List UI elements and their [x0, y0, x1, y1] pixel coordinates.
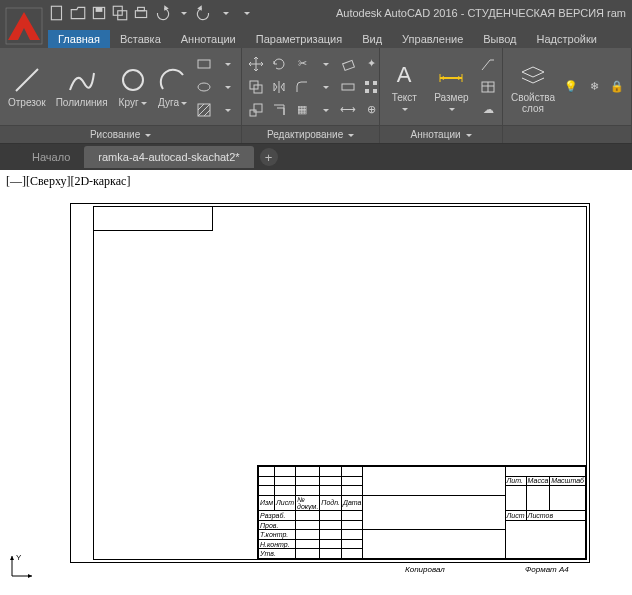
trim-dropdown-icon[interactable] [315, 54, 335, 74]
title-block: Лит.МассаМасштаб ИзмЛист№ докум.Подп.Дат… [257, 465, 587, 560]
arrayrect-icon[interactable]: ▦ [292, 100, 312, 120]
qat-new-icon[interactable] [48, 4, 66, 22]
svg-rect-25 [254, 104, 262, 112]
tab-insert[interactable]: Вставка [110, 30, 171, 48]
panel-draw-title[interactable]: Рисование [0, 125, 241, 143]
rectangle-dropdown-icon[interactable] [217, 54, 237, 74]
layer-freeze-icon[interactable]: ❄ [584, 77, 604, 97]
ellipse-icon[interactable] [194, 77, 214, 97]
panel-modify-title[interactable]: Редактирование [242, 125, 379, 143]
arc-button[interactable]: Дуга [154, 63, 192, 110]
svg-rect-23 [373, 89, 377, 93]
tab-view[interactable]: Вид [352, 30, 392, 48]
qat-customize-icon[interactable] [237, 4, 255, 22]
offset-icon[interactable] [269, 100, 289, 120]
tab-annotate[interactable]: Аннотации [171, 30, 246, 48]
qat-open-icon[interactable] [69, 4, 87, 22]
lengthen-icon[interactable]: ⟷ [338, 100, 358, 120]
cloud-icon[interactable]: ☁ [478, 100, 498, 120]
stamp-utv: Утв. [259, 549, 296, 559]
drawing-canvas[interactable]: Лит.МассаМасштаб ИзмЛист№ докум.Подп.Дат… [0, 193, 632, 588]
line-label: Отрезок [8, 97, 46, 108]
fillet-dropdown-icon[interactable] [315, 77, 335, 97]
ribbon-tabs: Главная Вставка Аннотации Параметризация… [0, 26, 632, 48]
tab-parametric[interactable]: Параметризация [246, 30, 352, 48]
new-tab-button[interactable]: + [260, 148, 278, 166]
qat-save-icon[interactable] [90, 4, 108, 22]
move-icon[interactable] [246, 54, 266, 74]
panel-annotation: A Текст Размер ☁ Аннотации [380, 48, 503, 143]
stamp-tkontr: Т.контр. [259, 530, 296, 540]
stamp-date: Дата [342, 495, 363, 511]
doctab-start[interactable]: Начало [18, 146, 84, 168]
svg-line-8 [16, 69, 38, 91]
window-title: Autodesk AutoCAD 2016 - СТУДЕНЧЕСКАЯ ВЕР… [336, 7, 626, 19]
trim-icon[interactable]: ✂ [292, 54, 312, 74]
hatch-dropdown-icon[interactable] [217, 100, 237, 120]
svg-point-11 [198, 83, 210, 91]
tab-manage[interactable]: Управление [392, 30, 473, 48]
stamp-sign: Подп. [320, 495, 342, 511]
stamp-izm: Изм [259, 495, 275, 511]
line-button[interactable]: Отрезок [4, 63, 50, 110]
qat-redo-dropdown-icon[interactable] [216, 4, 234, 22]
quick-access-toolbar [48, 4, 255, 22]
doctab-file[interactable]: ramka-a4-autocad-skachat2* [84, 146, 253, 168]
fillet-icon[interactable] [292, 77, 312, 97]
explode-icon[interactable]: ✦ [361, 54, 381, 74]
svg-rect-24 [250, 110, 256, 116]
qat-saveas-icon[interactable] [111, 4, 129, 22]
dimension-label: Размер [431, 92, 472, 114]
copy-icon[interactable] [246, 77, 266, 97]
svg-rect-3 [96, 7, 103, 12]
layer-lock-icon[interactable]: 🔒 [607, 77, 627, 97]
tab-addins[interactable]: Надстройки [527, 30, 607, 48]
mirror-icon[interactable] [269, 77, 289, 97]
svg-rect-20 [365, 81, 369, 85]
qat-redo-icon[interactable] [195, 4, 213, 22]
hatch-icon[interactable] [194, 100, 214, 120]
panel-modify: ✂ ✦ ▦ ⟷ ⊕ Редактирование [242, 48, 380, 143]
scale-icon[interactable] [246, 100, 266, 120]
qat-undo-icon[interactable] [153, 4, 171, 22]
panel-annotation-title[interactable]: Аннотации [380, 125, 502, 143]
table-icon[interactable] [478, 77, 498, 97]
polyline-button[interactable]: Полилиния [52, 63, 112, 110]
stretch-icon[interactable] [338, 77, 358, 97]
rectangle-icon[interactable] [194, 54, 214, 74]
svg-line-14 [198, 104, 210, 116]
footer-copy: Копировал [405, 565, 445, 574]
panel-layers-title[interactable] [503, 125, 631, 143]
svg-rect-6 [135, 11, 146, 18]
footer-format: Формат A4 [525, 565, 569, 574]
stamp-docnum: № докум. [296, 495, 320, 511]
arrayrect-dropdown-icon[interactable] [315, 100, 335, 120]
stamp-prov: Пров. [259, 520, 296, 530]
polyline-label: Полилиния [56, 97, 108, 108]
rotate-icon[interactable] [269, 54, 289, 74]
ellipse-dropdown-icon[interactable] [217, 77, 237, 97]
qat-undo-dropdown-icon[interactable] [174, 4, 192, 22]
viewport-controls[interactable]: [—][Сверху][2D-каркас] [0, 170, 632, 193]
tab-home[interactable]: Главная [48, 30, 110, 48]
qat-plot-icon[interactable] [132, 4, 150, 22]
erase-icon[interactable] [338, 54, 358, 74]
stamp-list: Лист [274, 495, 295, 511]
title-bar: Autodesk AutoCAD 2016 - СТУДЕНЧЕСКАЯ ВЕР… [0, 0, 632, 26]
array-icon[interactable] [361, 77, 381, 97]
text-button[interactable]: A Текст [384, 58, 424, 116]
svg-line-15 [204, 110, 210, 116]
tab-output[interactable]: Вывод [473, 30, 526, 48]
circle-button[interactable]: Круг [114, 63, 152, 110]
svg-text:Y: Y [16, 553, 22, 562]
svg-rect-19 [342, 84, 354, 90]
layer-on-icon[interactable]: 💡 [561, 77, 581, 97]
panel-layers: Свойства слоя 💡 ❄ 🔒 [503, 48, 632, 143]
join-icon[interactable]: ⊕ [361, 100, 381, 120]
leader-icon[interactable] [478, 54, 498, 74]
stamp-massa: Масса [526, 476, 550, 486]
dimension-button[interactable]: Размер [427, 58, 476, 116]
layer-properties-label: Свойства слоя [511, 92, 555, 114]
layer-properties-button[interactable]: Свойства слоя [507, 58, 559, 116]
app-menu-icon[interactable] [4, 6, 44, 46]
